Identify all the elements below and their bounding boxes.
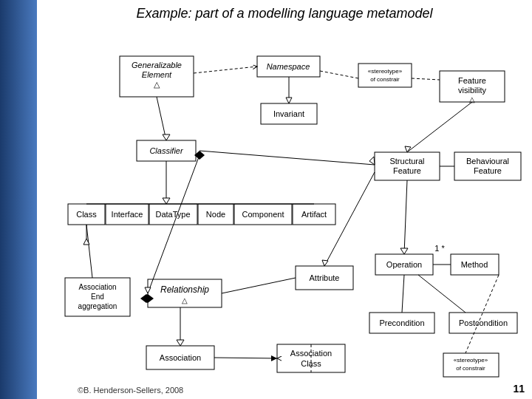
diagram-svg: Generalizable Element △ Namespace «stere… <box>37 21 532 383</box>
svg-line-80 <box>402 275 404 313</box>
svg-text:1  *: 1 * <box>434 244 445 253</box>
svg-marker-65 <box>286 98 292 103</box>
footer-credit: ©B. Henderson-Sellers, 2008 <box>78 386 183 395</box>
svg-text:Behavioural: Behavioural <box>466 157 509 166</box>
svg-text:Postcondition: Postcondition <box>459 318 508 327</box>
svg-text:visibility: visibility <box>458 86 486 95</box>
svg-text:of constrair: of constrair <box>456 365 485 372</box>
svg-line-94 <box>222 278 296 293</box>
svg-marker-90 <box>271 355 277 361</box>
svg-text:Class: Class <box>76 210 97 219</box>
svg-text:aggregation: aggregation <box>78 302 117 310</box>
svg-marker-76 <box>405 146 411 152</box>
svg-line-75 <box>407 102 472 152</box>
svg-text:Relationship: Relationship <box>160 284 209 295</box>
left-bar <box>0 0 37 399</box>
svg-text:of constrair: of constrair <box>370 76 400 83</box>
svg-text:Classifier: Classifier <box>149 146 184 155</box>
svg-marker-78 <box>400 248 408 254</box>
svg-text:Feature: Feature <box>393 166 421 175</box>
svg-text:Association: Association <box>78 283 116 291</box>
svg-text:«stereotype»: «stereotype» <box>454 357 488 364</box>
svg-text:End: End <box>91 293 104 301</box>
svg-text:Feature: Feature <box>458 76 486 85</box>
svg-marker-71 <box>163 198 170 204</box>
svg-text:Interface: Interface <box>112 210 143 219</box>
svg-text:Precondition: Precondition <box>379 318 424 327</box>
svg-line-67 <box>157 97 166 140</box>
svg-text:△: △ <box>182 296 188 304</box>
svg-text:Component: Component <box>242 210 284 219</box>
page-number: 11 <box>513 383 525 395</box>
svg-text:Artifact: Artifact <box>301 210 327 219</box>
svg-line-63 <box>320 71 358 78</box>
svg-text:Node: Node <box>206 210 225 219</box>
svg-line-66 <box>412 78 440 80</box>
svg-marker-88 <box>177 340 184 346</box>
content-area: Example: part of a modelling language me… <box>37 0 532 399</box>
svg-text:Feature: Feature <box>474 166 502 175</box>
svg-line-72 <box>200 151 375 165</box>
svg-text:Generalizable: Generalizable <box>132 61 182 69</box>
svg-marker-68 <box>163 134 170 140</box>
svg-text:«stereotype»: «stereotype» <box>368 68 403 75</box>
svg-line-62 <box>194 66 257 73</box>
svg-text:Method: Method <box>461 260 488 269</box>
svg-line-77 <box>404 180 407 254</box>
svg-text:Element: Element <box>142 70 172 79</box>
svg-text:Invariant: Invariant <box>273 109 304 118</box>
svg-text:△: △ <box>154 80 160 89</box>
svg-marker-92 <box>322 260 328 266</box>
svg-line-81 <box>418 275 466 313</box>
svg-text:Attribute: Attribute <box>310 273 340 282</box>
slide-container: Example: part of a modelling language me… <box>0 0 532 399</box>
svg-text:Namespace: Namespace <box>267 62 310 71</box>
svg-text:Structural: Structural <box>389 157 424 166</box>
svg-text:Operation: Operation <box>386 260 422 269</box>
svg-line-82 <box>86 225 92 278</box>
svg-text:Association: Association <box>160 353 201 362</box>
svg-rect-6 <box>358 64 412 87</box>
svg-marker-73 <box>369 157 375 165</box>
svg-line-89 <box>214 358 277 358</box>
svg-text:DataType: DataType <box>155 210 190 219</box>
